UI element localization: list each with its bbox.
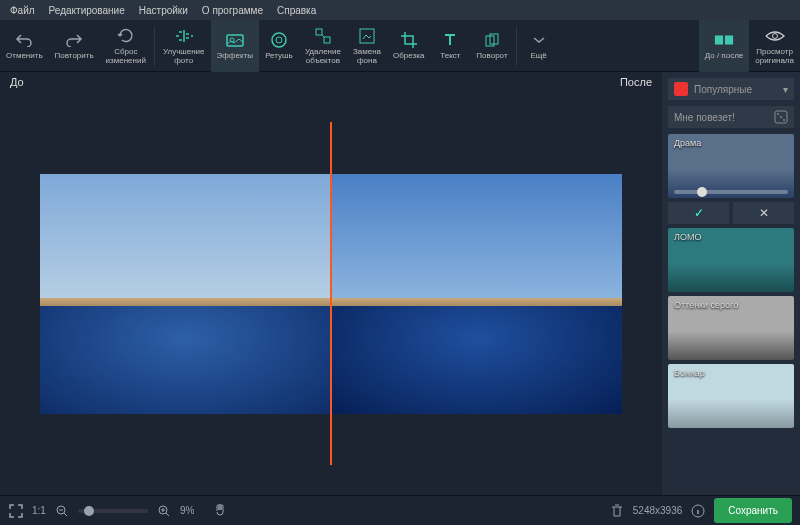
effects-button[interactable]: Эффекты (211, 20, 259, 72)
text-button[interactable]: Текст (430, 20, 470, 72)
menubar: Файл Редактирование Настройки О программ… (0, 0, 800, 20)
effects-sidebar: Популярные ▾ Мне повезет! Драма ✓ ✕ ЛОМО… (662, 72, 800, 495)
text-icon (440, 30, 460, 50)
toolbar: Отменить Повторить Сброс изменений Улучш… (0, 20, 800, 72)
bgswap-label: Замена фона (353, 48, 381, 66)
category-label: Популярные (694, 84, 777, 95)
text-label: Текст (440, 52, 460, 61)
effect-drama[interactable]: Драма (668, 134, 794, 198)
redo-label: Повторить (55, 52, 94, 61)
statusbar: 1:1 9% 5248x3936 Сохранить (0, 495, 800, 525)
menu-edit[interactable]: Редактирование (43, 3, 131, 18)
retouch-button[interactable]: Ретушь (259, 20, 299, 72)
rotate-label: Поворот (476, 52, 507, 61)
before-after-label: До / после (705, 52, 744, 61)
canvas[interactable] (0, 92, 662, 495)
bg-swap-button[interactable]: Замена фона (347, 20, 387, 72)
crop-label: Обрезка (393, 52, 424, 61)
effect-name: Боннар (674, 368, 705, 378)
svg-rect-4 (316, 29, 322, 35)
undo-button[interactable]: Отменить (0, 20, 49, 72)
reset-button[interactable]: Сброс изменений (100, 20, 152, 72)
effect-intensity-slider[interactable] (674, 190, 788, 194)
effect-category-dropdown[interactable]: Популярные ▾ (668, 78, 794, 100)
svg-point-11 (772, 33, 777, 38)
info-button[interactable] (690, 503, 706, 519)
after-label: После (620, 76, 652, 88)
after-image (332, 174, 622, 414)
svg-point-15 (780, 116, 782, 118)
dimensions-label: 5248x3936 (633, 505, 683, 516)
star-icon (674, 82, 688, 96)
svg-point-13 (777, 113, 779, 115)
effects-icon (225, 30, 245, 50)
lucky-button[interactable]: Мне повезет! (668, 106, 794, 128)
bgswap-icon (357, 26, 377, 46)
rotate-button[interactable]: Поворот (470, 20, 513, 72)
effect-name: ЛОМО (674, 232, 701, 242)
svg-point-3 (276, 37, 282, 43)
svg-rect-5 (324, 37, 330, 43)
svg-point-2 (272, 33, 286, 47)
effects-list: Драма ✓ ✕ ЛОМО Оттенки серого Боннар (668, 134, 794, 489)
reset-icon (116, 26, 136, 46)
more-button[interactable]: Ещё (519, 20, 559, 72)
remove-icon (313, 26, 333, 46)
effect-bonnar[interactable]: Боннар (668, 364, 794, 428)
effect-lomo[interactable]: ЛОМО (668, 228, 794, 292)
before-after-button[interactable]: До / после (699, 20, 750, 72)
save-button[interactable]: Сохранить (714, 498, 792, 523)
dice-icon (774, 110, 788, 124)
effect-grayscale[interactable]: Оттенки серого (668, 296, 794, 360)
menu-settings[interactable]: Настройки (133, 3, 194, 18)
compare-icon (714, 30, 734, 50)
scale-label[interactable]: 1:1 (32, 505, 46, 516)
chevron-down-icon: ▾ (783, 84, 788, 95)
more-label: Ещё (530, 52, 546, 61)
svg-point-14 (783, 119, 785, 121)
enhance-label: Улучшение фото (163, 48, 205, 66)
lucky-label: Мне повезет! (674, 112, 735, 123)
delete-button[interactable] (609, 503, 625, 519)
eye-icon (765, 26, 785, 46)
separator (516, 26, 517, 66)
before-image (40, 174, 330, 414)
crop-icon (399, 30, 419, 50)
chevron-down-icon (529, 30, 549, 50)
zoom-percent: 9% (180, 505, 194, 516)
viewport: До После (0, 72, 662, 495)
menu-file[interactable]: Файл (4, 3, 41, 18)
zoom-out-button[interactable] (54, 503, 70, 519)
undo-label: Отменить (6, 52, 43, 61)
cancel-effect-button[interactable]: ✕ (733, 202, 794, 224)
undo-icon (14, 30, 34, 50)
effect-name: Драма (674, 138, 701, 148)
redo-icon (64, 30, 84, 50)
remove-objects-button[interactable]: Удаление объектов (299, 20, 347, 72)
pan-button[interactable] (212, 503, 228, 519)
view-original-label: Просмотр оригинала (755, 48, 794, 66)
rotate-icon (482, 30, 502, 50)
retouch-icon (269, 30, 289, 50)
view-original-button[interactable]: Просмотр оригинала (749, 20, 800, 72)
fit-screen-button[interactable] (8, 503, 24, 519)
main: До После Популярные ▾ Мне повезет! Драма (0, 72, 800, 495)
crop-button[interactable]: Обрезка (387, 20, 430, 72)
effects-label: Эффекты (217, 52, 253, 61)
separator (154, 26, 155, 66)
reset-label: Сброс изменений (106, 48, 146, 66)
svg-rect-9 (715, 36, 723, 45)
zoom-in-button[interactable] (156, 503, 172, 519)
menu-about[interactable]: О программе (196, 3, 269, 18)
svg-rect-10 (725, 36, 733, 45)
apply-effect-button[interactable]: ✓ (668, 202, 729, 224)
zoom-slider[interactable] (78, 509, 148, 513)
enhance-icon (174, 26, 194, 46)
redo-button[interactable]: Повторить (49, 20, 100, 72)
retouch-label: Ретушь (265, 52, 293, 61)
enhance-button[interactable]: Улучшение фото (157, 20, 211, 72)
menu-help[interactable]: Справка (271, 3, 322, 18)
before-label: До (10, 76, 24, 88)
remove-label: Удаление объектов (305, 48, 341, 66)
effect-name: Оттенки серого (674, 300, 738, 310)
